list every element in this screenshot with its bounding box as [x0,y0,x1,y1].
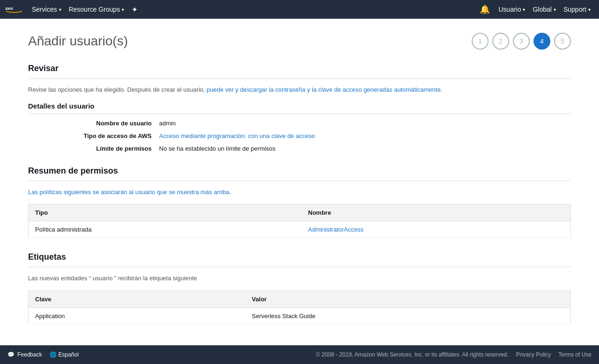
tag-clave-value: Application [29,307,246,324]
permission-limit-label: Límite de permisos [56,145,159,152]
username-label: Nombre de usuario [56,120,159,127]
global-chevron-icon: ▾ [554,7,556,12]
step-5[interactable]: 5 [554,33,571,50]
feedback-chat-icon: 💬 [7,351,15,358]
page-header: Añadir usuario(s) 1 2 3 4 5 [28,33,571,50]
permissions-col-tipo: Tipo [29,204,302,221]
tags-table: Clave Valor Application Serverless Stack… [28,291,571,325]
copyright-text: © 2008 - 2019, Amazon Web Services, Inc.… [316,351,508,358]
tags-section-title: Etiquetas [28,252,571,267]
review-section-title: Revisar [28,64,571,79]
access-type-label: Tipo de acceso de AWS [56,132,159,139]
privacy-policy-link[interactable]: Privacy Policy [516,351,551,358]
services-nav-item[interactable]: Services ▾ [28,0,65,19]
top-navigation: aws Services ▾ Resource Groups ▾ ✦ 🔔 Usu… [0,0,599,19]
permissions-tipo-value: Política administrada [29,221,302,238]
permissions-description: Las políticas siguientes se asociarán al… [28,188,571,197]
user-details-title: Detalles del usuario [28,102,571,114]
access-type-value: Acceso mediante programación: con una cl… [159,132,571,139]
resource-groups-nav-item[interactable]: Resource Groups ▾ [65,0,128,19]
language-selector[interactable]: 🌐 Español [50,351,79,358]
pin-icon[interactable]: ✦ [128,0,141,19]
step-2[interactable]: 2 [492,33,509,50]
review-description: Revise las opciones que ha elegido. Desp… [28,85,571,95]
globe-icon: 🌐 [50,351,57,358]
tags-col-clave: Clave [29,291,246,307]
feedback-link[interactable]: 💬 Feedback [7,351,42,358]
wizard-steps: 1 2 3 4 5 [472,33,571,50]
user-nav-item[interactable]: Usuario ▾ [495,0,529,19]
support-nav-item[interactable]: Support ▾ [560,0,594,19]
permissions-col-nombre: Nombre [301,204,570,221]
step-3[interactable]: 3 [513,33,530,50]
step-4-active[interactable]: 4 [533,33,550,50]
tags-col-valor: Valor [245,291,570,307]
permissions-table: Tipo Nombre Política administrada Admini… [28,204,571,238]
username-value: admin [159,120,571,127]
permissions-section: Resumen de permisos Las políticas siguie… [28,166,571,239]
resource-groups-chevron-icon: ▾ [122,7,124,12]
support-chevron-icon: ▾ [588,7,591,12]
step-1[interactable]: 1 [472,33,489,50]
user-chevron-icon: ▾ [523,7,525,12]
footer: 💬 Feedback 🌐 Español © 2008 - 2019, Amaz… [0,345,599,364]
services-chevron-icon: ▾ [59,7,61,12]
notifications-bell-icon[interactable]: 🔔 [475,4,495,15]
permissions-section-title: Resumen de permisos [28,166,571,181]
permission-limit-value: No se ha establecido un límite de permis… [159,145,571,152]
review-section: Revisar Revise las opciones que ha elegi… [28,64,571,152]
terms-of-use-link[interactable]: Terms of Use [558,351,592,358]
permissions-nombre-value: AdministratorAccess [301,221,570,238]
table-row: Política administrada AdministratorAcces… [29,221,571,238]
page-title: Añadir usuario(s) [28,34,128,49]
tags-section: Etiquetas Las nuevas entidades “ usuario… [28,252,571,325]
global-nav-item[interactable]: Global ▾ [529,0,559,19]
footer-right: © 2008 - 2019, Amazon Web Services, Inc.… [316,351,592,358]
footer-left: 💬 Feedback 🌐 Español [7,351,79,358]
nav-right-items: 🔔 Usuario ▾ Global ▾ Support ▾ [475,0,594,19]
svg-text:aws: aws [5,6,13,11]
tag-valor-value: Serverless Stack Guide [245,307,570,324]
table-row: Application Serverless Stack Guide [29,307,571,324]
tags-description: Las nuevas entidades “ usuario ” recibir… [28,274,571,283]
aws-logo[interactable]: aws [5,4,23,15]
user-details-grid: Nombre de usuario admin Tipo de acceso d… [28,120,571,152]
main-content: Añadir usuario(s) 1 2 3 4 5 Revisar Revi… [0,19,599,357]
